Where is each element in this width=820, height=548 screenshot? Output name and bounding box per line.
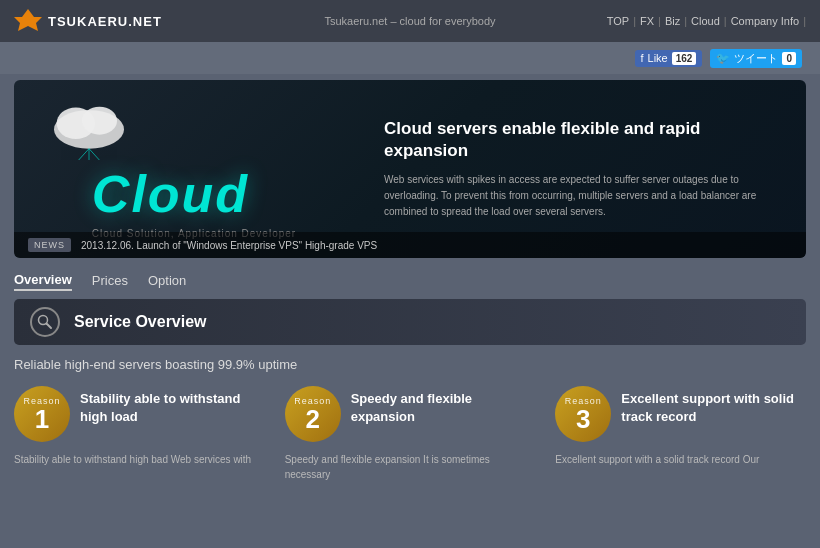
tweet-label: ツイート (734, 51, 778, 66)
reason-2-label: Reason (294, 396, 331, 406)
svg-line-6 (89, 149, 115, 160)
hero-banner: Cloud Cloud Solution, Application Develo… (14, 80, 806, 258)
tweet-count: 0 (782, 52, 796, 65)
twitter-icon: 🐦 (716, 52, 730, 65)
news-bar: NEWS 2013.12.06. Launch of "Windows Ente… (14, 232, 806, 258)
cloud-word-container: Cloud Cloud Solution, Application Develo… (92, 174, 296, 239)
reason-1-number: 1 (35, 406, 49, 432)
reason-card-1: Reason 1 Stability able to withstand hig… (14, 386, 265, 482)
reason-3-badge: Reason 3 (555, 386, 611, 442)
reason-2-badge: Reason 2 (285, 386, 341, 442)
news-text: 2013.12.06. Launch of "Windows Enterpris… (81, 240, 377, 251)
reason-card-2: Reason 2 Speedy and flexible expansion S… (285, 386, 536, 482)
reason-1-label: Reason (23, 396, 60, 406)
nav-fx[interactable]: FX (640, 15, 654, 27)
nav-top[interactable]: TOP (607, 15, 629, 27)
service-overview-title: Service Overview (74, 313, 207, 331)
uptime-title: Reliable high-end servers boasting 99.9%… (14, 357, 806, 372)
nav-company[interactable]: Company Info (731, 15, 799, 27)
news-label: NEWS (28, 238, 71, 252)
nav-cloud[interactable]: Cloud (691, 15, 720, 27)
reason-2-header: Reason 2 Speedy and flexible expansion (285, 386, 536, 442)
logo-area: TSUKAERU.NET (14, 7, 162, 35)
svg-point-3 (82, 107, 117, 135)
uptime-section: Reliable high-end servers boasting 99.9%… (0, 349, 820, 386)
reason-3-label: Reason (565, 396, 602, 406)
social-bar: f Like 162 🐦 ツイート 0 (0, 42, 820, 74)
nav-biz[interactable]: Biz (665, 15, 680, 27)
reason-1-title: Stability able to withstand high load (80, 386, 265, 426)
svg-line-14 (47, 324, 52, 329)
tab-overview[interactable]: Overview (14, 272, 72, 291)
service-overview-bar: Service Overview (14, 299, 806, 345)
hero-description: Web services with spikes in access are e… (384, 172, 786, 220)
nav-area: TOP | FX | Biz | Cloud | Company Info | (607, 15, 806, 27)
tab-prices[interactable]: Prices (92, 273, 128, 290)
reason-1-badge: Reason 1 (14, 386, 70, 442)
search-icon (30, 307, 60, 337)
reason-3-desc: Excellent support with a solid track rec… (555, 452, 806, 467)
tab-option[interactable]: Option (148, 273, 186, 290)
reason-1-desc: Stability able to withstand high bad Web… (14, 452, 265, 467)
svg-marker-0 (14, 9, 42, 31)
logo-text: TSUKAERU.NET (48, 14, 162, 29)
header: TSUKAERU.NET Tsukaeru.net – cloud for ev… (0, 0, 820, 42)
tabs: Overview Prices Option (0, 264, 820, 295)
facebook-like-button[interactable]: f Like 162 (635, 50, 703, 67)
reason-3-number: 3 (576, 406, 590, 432)
reason-2-desc: Speedy and flexible expansion It is some… (285, 452, 536, 482)
cloud-word: Cloud (92, 164, 296, 224)
cloud-graphic (34, 90, 144, 160)
reason-1-header: Reason 1 Stability able to withstand hig… (14, 386, 265, 442)
reason-card-3: Reason 3 Excellent support with solid tr… (555, 386, 806, 482)
svg-line-4 (63, 149, 89, 160)
like-label: Like (648, 52, 668, 64)
reason-cards: Reason 1 Stability able to withstand hig… (0, 386, 820, 482)
tweet-button[interactable]: 🐦 ツイート 0 (710, 49, 802, 68)
logo-icon (14, 7, 42, 35)
hero-heading: Cloud servers enable flexible and rapid … (384, 118, 786, 162)
reason-3-title: Excellent support with solid track recor… (621, 386, 806, 426)
reason-2-number: 2 (305, 406, 319, 432)
facebook-icon: f (641, 52, 644, 64)
reason-3-header: Reason 3 Excellent support with solid tr… (555, 386, 806, 442)
header-tagline: Tsukaeru.net – cloud for everybody (324, 15, 495, 27)
reason-2-title: Speedy and flexible expansion (351, 386, 536, 426)
like-count: 162 (672, 52, 697, 65)
